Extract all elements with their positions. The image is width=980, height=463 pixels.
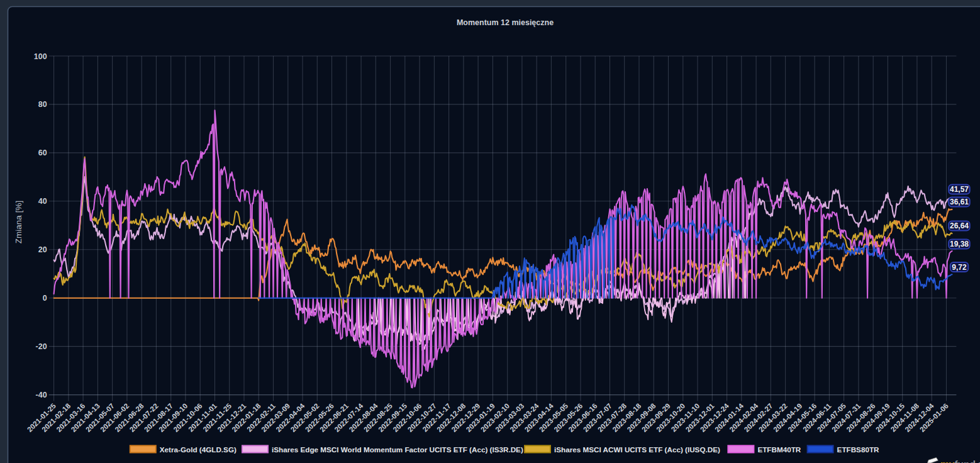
svg-text:Momentum 12 miesięczne: Momentum 12 miesięczne <box>457 18 554 27</box>
svg-text:-20: -20 <box>36 342 47 351</box>
svg-text:myfund.pl: myfund.pl <box>940 459 980 463</box>
svg-text:80: 80 <box>38 100 47 109</box>
svg-text:-40: -40 <box>36 391 47 399</box>
svg-text:iShares Edge MSCI World Moment: iShares Edge MSCI World Momentum Factor … <box>272 445 523 454</box>
svg-text:19,38: 19,38 <box>950 240 969 248</box>
svg-text:36,61: 36,61 <box>950 198 969 206</box>
svg-text:iShares MSCI ACWI UCITS ETF (A: iShares MSCI ACWI UCITS ETF (Acc) (IUSQ.… <box>554 445 720 454</box>
svg-text:100: 100 <box>34 52 47 61</box>
svg-text:ETFBM40TR: ETFBM40TR <box>757 445 801 454</box>
svg-text:60: 60 <box>38 148 47 157</box>
svg-text:0: 0 <box>43 294 47 303</box>
svg-text:9,72: 9,72 <box>952 263 967 272</box>
svg-text:41,57: 41,57 <box>950 185 969 194</box>
svg-text:Xetra-Gold (4GLD.SG): Xetra-Gold (4GLD.SG) <box>160 445 237 454</box>
svg-text:26,64: 26,64 <box>950 221 969 230</box>
svg-text:20: 20 <box>38 245 47 254</box>
svg-text:Zmiana [%]: Zmiana [%] <box>14 201 23 243</box>
svg-text:40: 40 <box>38 197 47 206</box>
svg-text:ETFBS80TR: ETFBS80TR <box>837 445 879 454</box>
